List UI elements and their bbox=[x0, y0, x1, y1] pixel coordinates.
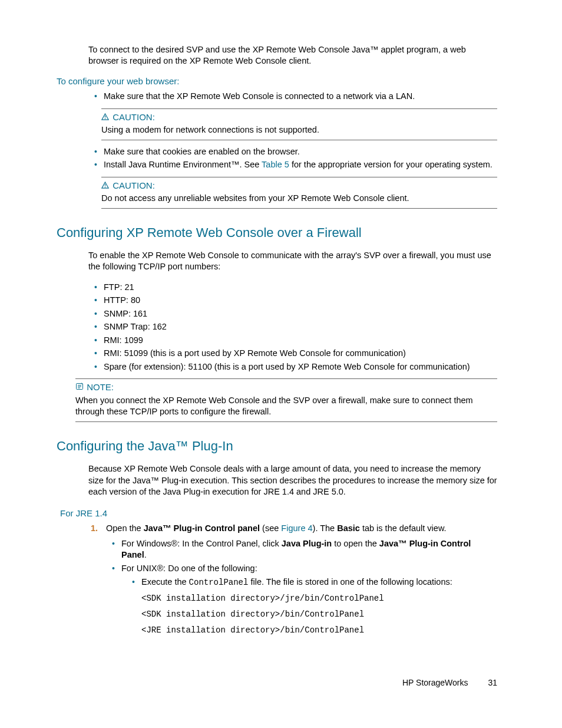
note-box: NOTE: When you connect the XP Remote Web… bbox=[75, 378, 497, 421]
list-item: Execute the ControlPanel file. The file … bbox=[126, 577, 497, 588]
list-item: HTTP: 80 bbox=[88, 295, 497, 307]
firewall-heading: Configuring XP Remote Web Console over a… bbox=[57, 224, 497, 242]
java-paragraph: Because XP Remote Web Console deals with… bbox=[88, 463, 497, 498]
caution-label: CAUTION: bbox=[113, 180, 155, 190]
note-label: NOTE: bbox=[87, 382, 114, 392]
caution-icon bbox=[101, 180, 110, 192]
intro-paragraph: To connect to the desired SVP and use th… bbox=[88, 44, 497, 67]
page-footer: HP StorageWorks 31 bbox=[57, 677, 497, 689]
config-browser-heading: To configure your web browser: bbox=[57, 75, 497, 87]
note-icon bbox=[75, 381, 84, 393]
figure-4-link[interactable]: Figure 4 bbox=[281, 523, 312, 533]
list-item: For UNIX®: Do one of the following: bbox=[106, 563, 497, 575]
caution-body: Using a modem for network connections is… bbox=[101, 124, 497, 136]
table-5-link[interactable]: Table 5 bbox=[262, 160, 289, 169]
caution-box: CAUTION: Do not access any unreliable we… bbox=[101, 177, 497, 209]
list-item: RMI: 1099 bbox=[88, 335, 497, 347]
code-path: <SDK installation directory>/jre/bin/Con… bbox=[141, 593, 497, 604]
list-item: Make sure that the XP Remote Web Console… bbox=[88, 91, 497, 103]
note-body: When you connect the XP Remote Web Conso… bbox=[75, 395, 497, 418]
list-item: FTP: 21 bbox=[88, 282, 497, 294]
caution-icon bbox=[101, 111, 110, 123]
code-path: <JRE installation directory>/bin/Control… bbox=[141, 625, 497, 636]
page-number: 31 bbox=[488, 678, 497, 687]
caution-box: CAUTION: Using a modem for network conne… bbox=[101, 108, 497, 140]
list-item: For Windows®: In the Control Panel, clic… bbox=[106, 538, 497, 561]
list-item: SNMP: 161 bbox=[88, 308, 497, 320]
caution-label: CAUTION: bbox=[113, 112, 155, 122]
svg-point-1 bbox=[105, 118, 105, 118]
code-path: <SDK installation directory>/bin/Control… bbox=[141, 609, 497, 620]
jre14-heading: For JRE 1.4 bbox=[60, 508, 497, 519]
caution-body: Do not access any unreliable websites fr… bbox=[101, 193, 497, 205]
footer-brand: HP StorageWorks bbox=[402, 678, 468, 687]
step-item: Open the Java™ Plug-in Control panel (se… bbox=[88, 523, 497, 636]
list-item: Make sure that cookies are enabled on th… bbox=[88, 146, 497, 158]
list-item: RMI: 51099 (this is a port used by XP Re… bbox=[88, 348, 497, 360]
java-heading: Configuring the Java™ Plug-In bbox=[57, 437, 497, 455]
firewall-paragraph: To enable the XP Remote Web Console to c… bbox=[88, 250, 497, 273]
list-item: Spare (for extension): 51100 (this is a … bbox=[88, 361, 497, 373]
list-item: SNMP Trap: 162 bbox=[88, 321, 497, 333]
svg-point-3 bbox=[105, 186, 105, 187]
list-item: Install Java Runtime Environment™. See T… bbox=[88, 159, 497, 171]
